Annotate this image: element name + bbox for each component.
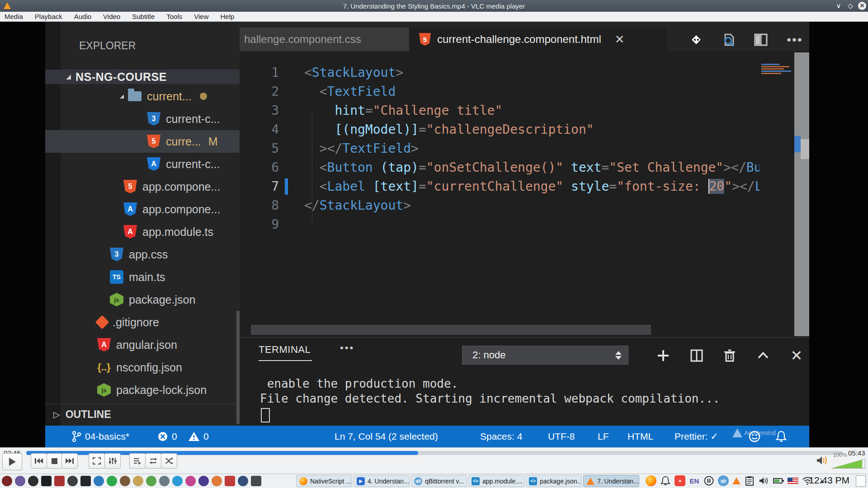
warnings-item[interactable]: 0 (188, 426, 209, 447)
taskbar-window-4-understan-[interactable]: ▶4. Understan... (354, 475, 410, 487)
code-line-3[interactable]: 3 hint="Challenge title" (240, 101, 760, 120)
taskbar-launcher-icon[interactable] (120, 476, 130, 486)
taskbar-launcher-icon[interactable] (80, 476, 91, 486)
close-panel-icon[interactable]: ✕ (788, 347, 806, 365)
taskbar-window-nativescript-[interactable]: NativeScript ... (296, 475, 352, 487)
menu-item-media[interactable]: Media (5, 13, 23, 20)
file-row-package-lock.json[interactable]: jspackage-lock.json (45, 379, 240, 401)
tray-anydesk-icon[interactable]: » (675, 475, 685, 486)
shuffle-button[interactable] (161, 453, 177, 469)
file-row-nsconfig.json[interactable]: {..}nsconfig.json (45, 356, 240, 379)
code-line-8[interactable]: 8</StackLayout> (240, 196, 760, 215)
taskbar-launcher-icon[interactable] (2, 476, 12, 486)
taskbar-launcher-icon[interactable] (15, 476, 25, 486)
clock[interactable]: 12:43 PM (806, 475, 853, 486)
new-terminal-icon[interactable] (654, 347, 672, 365)
tray-speaker-icon[interactable] (759, 475, 769, 486)
menu-item-tools[interactable]: Tools (166, 13, 182, 20)
git-branch-item[interactable]: 04-basics* (71, 426, 129, 447)
terminal-tab[interactable]: TERMINAL (259, 344, 311, 356)
file-row-current...[interactable]: current... (45, 85, 240, 108)
file-row-current-c...[interactable]: Acurrent-c... (45, 153, 240, 175)
outline-section-header[interactable]: ▷ OUTLINE (45, 404, 240, 424)
taskbar-window-7-understan-[interactable]: 7. Understan... (583, 475, 639, 487)
taskbar-launcher-icon[interactable] (185, 476, 196, 486)
taskbar-launcher-icon[interactable] (225, 476, 235, 486)
file-row-app.compone...[interactable]: 5app.compone... (45, 175, 240, 198)
file-row-main.ts[interactable]: TSmain.ts (45, 266, 240, 288)
taskbar-launcher-icon[interactable] (159, 476, 170, 486)
volume-slider[interactable] (831, 459, 865, 469)
menu-item-subtitle[interactable]: Subtitle (132, 13, 155, 20)
taskbar-window-app-module-[interactable]: <>app.module.... (468, 475, 524, 487)
language-mode-item[interactable]: HTML (627, 426, 653, 447)
tray-bell-icon[interactable] (660, 475, 671, 486)
tray-vlc-icon[interactable] (732, 477, 741, 484)
tab-challenge-css[interactable]: hallenge.component.css (240, 28, 409, 51)
next-button[interactable] (61, 453, 78, 469)
show-desktop-button[interactable] (856, 475, 866, 487)
tab-current-challenge-html[interactable]: 5 current-challenge.component.html ✕ (409, 28, 667, 51)
indentation-item[interactable]: Spaces: 4 (480, 426, 522, 447)
code-line-1[interactable]: 1<StackLayout> (240, 63, 760, 82)
minimize-icon[interactable]: ∨ (835, 2, 843, 10)
file-row-package.json[interactable]: jspackage.json (45, 288, 240, 311)
taskbar-launcher-icon[interactable] (28, 476, 38, 486)
menu-item-help[interactable]: Help (221, 13, 235, 20)
more-actions-icon[interactable]: ••• (786, 31, 804, 49)
extended-settings-button[interactable] (104, 453, 121, 469)
taskbar-launcher-icon[interactable] (198, 476, 209, 486)
project-root-row[interactable]: NS-NG-COURSE (45, 70, 240, 84)
eol-item[interactable]: LF (598, 426, 609, 447)
tray-clipboard-icon[interactable] (744, 475, 755, 486)
taskbar-launcher-icon[interactable] (107, 476, 117, 486)
split-editor-icon[interactable] (752, 31, 770, 49)
taskbar-launcher-icon[interactable] (54, 476, 65, 486)
code-line-4[interactable]: 4 [(ngModel)]="challengeDescription" (240, 120, 760, 139)
taskbar-launcher-icon[interactable] (41, 476, 52, 486)
file-row-angular.json[interactable]: Aangular.json (45, 333, 240, 356)
horizontal-scrollbar[interactable] (251, 325, 651, 335)
taskbar-window-qbittorrent-v-[interactable]: qbqBittorrent v... (411, 475, 467, 487)
prettier-item[interactable]: Prettier: ✓ (675, 426, 718, 447)
taskbar-launcher-icon[interactable] (133, 476, 143, 486)
close-tab-icon[interactable]: ✕ (615, 33, 625, 47)
menu-item-video[interactable]: Video (103, 13, 120, 20)
file-row-app.module.ts[interactable]: Aapp.module.ts (45, 221, 240, 243)
playlist-button[interactable] (129, 453, 146, 469)
terminal-select[interactable]: 2: node (462, 346, 628, 365)
fullscreen-button[interactable] (89, 453, 105, 469)
code-line-7[interactable]: 7 <Label [text]="currentChallenge" style… (240, 177, 760, 196)
taskbar-window-package-json-[interactable]: <>package.json... (526, 475, 582, 487)
file-row-app.css[interactable]: 3app.css (45, 243, 240, 266)
menu-item-audio[interactable]: Audio (74, 13, 91, 20)
sidebar-scrollbar[interactable] (236, 311, 240, 424)
tray-qb-icon[interactable]: qb (718, 475, 729, 486)
taskbar-launcher-icon[interactable] (172, 476, 183, 486)
taskbar-launcher-icon[interactable] (67, 476, 78, 486)
play-button[interactable] (2, 453, 22, 470)
cursor-position[interactable]: Ln 7, Col 54 (2 selected) (335, 426, 438, 447)
tray-battery-icon[interactable] (773, 475, 784, 486)
code-line-9[interactable]: 9 (240, 215, 760, 234)
taskbar-launcher-icon[interactable] (94, 476, 104, 486)
maximize-panel-icon[interactable] (754, 347, 772, 365)
notifications-bell-icon[interactable] (776, 426, 787, 447)
close-icon[interactable]: ✕ (858, 2, 866, 10)
file-row-app.compone...[interactable]: Aapp.compone... (45, 198, 240, 221)
tray-firefox-icon[interactable] (646, 475, 656, 486)
tray-pause-icon[interactable] (703, 475, 714, 486)
git-compare-icon[interactable] (687, 31, 705, 49)
volume-speaker-icon[interactable] (816, 455, 828, 465)
terminal-more-icon[interactable]: ••• (340, 342, 354, 354)
previous-button[interactable] (31, 453, 47, 469)
editor-scrollbar[interactable] (794, 52, 809, 336)
video-area[interactable]: EXPLORER NS-NG-COURSE current...3current… (0, 22, 868, 447)
taskbar-launcher-icon[interactable] (251, 476, 261, 486)
code-line-2[interactable]: 2 <TextField (240, 82, 760, 101)
maximize-icon[interactable]: ◇ (846, 2, 854, 10)
file-row-.gitignore[interactable]: .gitignore (45, 311, 240, 333)
menu-item-playback[interactable]: Playback (35, 13, 62, 20)
menu-item-view[interactable]: View (194, 13, 208, 20)
taskbar-launcher-icon[interactable] (238, 476, 248, 486)
